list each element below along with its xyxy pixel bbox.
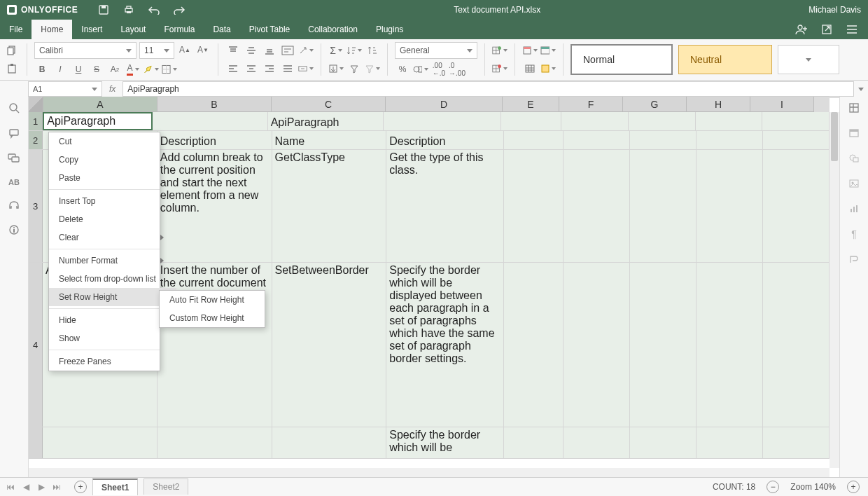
cell-style-normal[interactable]: Normal <box>570 44 673 75</box>
align-middle-button[interactable] <box>244 43 259 58</box>
bold-button[interactable]: B <box>34 62 50 77</box>
cell[interactable]: ApiParagraph <box>43 112 152 130</box>
sheet-next-button[interactable]: ▶ <box>36 482 46 492</box>
fill-button[interactable] <box>328 61 344 76</box>
cell[interactable] <box>501 112 561 130</box>
shape-settings-icon[interactable] <box>848 153 860 164</box>
cell[interactable] <box>153 112 268 130</box>
cell[interactable] <box>504 131 564 149</box>
ctx-insert-top[interactable]: Insert Top <box>49 192 176 210</box>
ctx-cut[interactable]: Cut <box>49 132 176 151</box>
cell[interactable] <box>43 427 158 458</box>
horizontal-scrollbar[interactable] <box>29 468 830 478</box>
zoom-out-button[interactable]: − <box>766 481 779 493</box>
sheet-prev-button[interactable]: ◀ <box>21 482 31 492</box>
col-header-A[interactable]: A <box>43 97 158 112</box>
menu-home[interactable]: Home <box>31 20 72 39</box>
ctx-sub-auto-fit-row-height[interactable]: Auto Fit Row Height <box>160 291 287 309</box>
row-header[interactable]: 4 <box>29 263 43 427</box>
cell[interactable] <box>762 112 830 130</box>
menu-collab[interactable]: Collaboration <box>299 20 367 39</box>
menu-insert[interactable]: Insert <box>72 20 111 39</box>
cell[interactable] <box>696 112 763 130</box>
cell[interactable] <box>696 263 763 427</box>
conditional-format-button[interactable] <box>522 43 538 58</box>
font-size-combo[interactable]: 11 <box>139 42 174 59</box>
menu-formula[interactable]: Formula <box>155 20 204 39</box>
cell[interactable] <box>763 150 830 262</box>
row-header[interactable]: 3 <box>29 150 43 262</box>
wrap-text-button[interactable] <box>280 43 295 58</box>
ctx-select-from-drop-down-list[interactable]: Select from drop-down list <box>49 270 176 288</box>
subscript-button[interactable]: A2 <box>107 62 122 77</box>
underline-button[interactable]: U <box>71 62 86 77</box>
cell[interactable]: GetClassType <box>272 150 387 262</box>
cell[interactable] <box>630 150 696 262</box>
ctx-hide[interactable]: Hide <box>49 311 176 329</box>
align-center-button[interactable] <box>244 61 259 76</box>
cell[interactable] <box>564 131 630 149</box>
borders-button[interactable] <box>162 62 177 77</box>
add-user-icon[interactable] <box>795 23 808 36</box>
col-header-B[interactable]: B <box>158 97 272 112</box>
about-icon[interactable] <box>8 224 20 235</box>
cell[interactable] <box>504 263 564 427</box>
ctx-freeze-panes[interactable]: Freeze Panes <box>49 352 176 371</box>
cell[interactable] <box>561 112 629 130</box>
filter-button[interactable] <box>346 61 362 76</box>
select-all-corner[interactable] <box>29 97 43 113</box>
font-increase-button[interactable]: A▲ <box>177 42 192 57</box>
cell[interactable] <box>564 263 630 427</box>
ctx-show[interactable]: Show <box>49 329 176 347</box>
sheet-tab-2[interactable]: Sheet2 <box>144 478 188 495</box>
add-sheet-button[interactable]: + <box>74 481 87 493</box>
cell[interactable] <box>629 112 696 130</box>
cell[interactable]: SetBetweenBorder <box>272 263 387 427</box>
chat-icon[interactable] <box>8 153 20 164</box>
ctx-set-row-height[interactable]: Set Row Height <box>49 288 176 306</box>
cell[interactable]: Name <box>272 131 387 149</box>
cell[interactable] <box>564 150 630 262</box>
sheet-last-button[interactable]: ⏭ <box>52 482 62 492</box>
cell[interactable] <box>630 263 696 427</box>
sheet-first-button[interactable]: ⏮ <box>6 482 15 492</box>
hamburger-icon[interactable] <box>846 23 858 36</box>
menu-file[interactable]: File <box>0 20 31 39</box>
col-header-F[interactable]: F <box>559 97 623 112</box>
align-right-button[interactable] <box>262 61 277 76</box>
comments-icon[interactable] <box>8 128 20 139</box>
row-header[interactable] <box>29 427 43 458</box>
cell-style-neutral[interactable]: Neutral <box>678 45 772 74</box>
table-template-button[interactable] <box>540 43 556 58</box>
name-box[interactable]: A1 <box>28 81 102 97</box>
insert-cells-button[interactable] <box>492 43 507 58</box>
font-decrease-button[interactable]: A▼ <box>195 42 211 57</box>
menu-pivot[interactable]: Pivot Table <box>240 20 299 39</box>
image-settings-icon[interactable] <box>848 178 860 189</box>
merge-button[interactable] <box>298 61 314 76</box>
align-bottom-button[interactable] <box>262 43 277 58</box>
ctx-paste[interactable]: Paste <box>49 169 176 187</box>
menu-plugins[interactable]: Plugins <box>367 20 412 39</box>
cell[interactable] <box>763 131 830 149</box>
ctx-sub-custom-row-height[interactable]: Custom Row Height <box>160 309 287 327</box>
paragraph-settings-icon[interactable]: ¶ <box>851 228 857 240</box>
align-top-button[interactable] <box>225 43 241 58</box>
menu-data[interactable]: Data <box>204 20 239 39</box>
row-header[interactable]: 2 <box>29 131 43 149</box>
cell[interactable]: Description <box>386 131 504 149</box>
cell[interactable]: ApiParagraph <box>268 112 384 130</box>
ctx-delete[interactable]: Delete <box>49 210 176 228</box>
redo-icon[interactable] <box>173 4 186 16</box>
cell[interactable]: Specify the border which will be display… <box>386 263 504 427</box>
cell[interactable] <box>763 263 830 427</box>
decrease-decimal-button[interactable]: .00←.0 <box>431 62 447 77</box>
col-header-C[interactable]: C <box>272 97 386 112</box>
cell[interactable] <box>384 112 502 130</box>
col-header-H[interactable]: H <box>687 97 750 112</box>
formula-expand-icon[interactable] <box>858 88 864 91</box>
feedback-icon[interactable] <box>8 200 20 210</box>
sort-asc-button[interactable] <box>346 43 362 58</box>
undo-icon[interactable] <box>148 4 160 16</box>
cell[interactable] <box>272 427 387 458</box>
